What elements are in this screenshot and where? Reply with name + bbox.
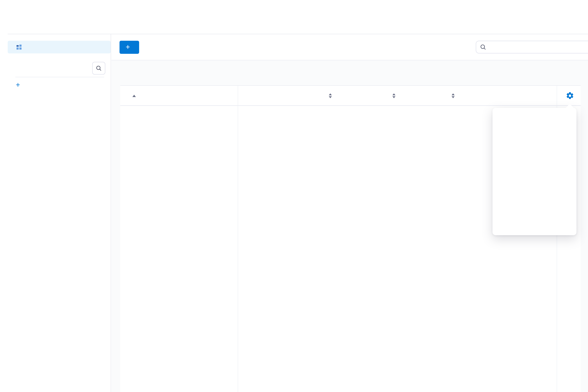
- search-input[interactable]: [476, 41, 588, 54]
- folders-divider: [15, 77, 104, 77]
- sort-icon: [329, 94, 332, 98]
- column-header-forecasted[interactable]: [446, 86, 455, 106]
- search-icon: [96, 65, 102, 71]
- column-settings-gear-icon[interactable]: [566, 92, 574, 100]
- sort-asc-icon: [132, 95, 136, 97]
- search-icon: [480, 44, 486, 50]
- folder-search-button[interactable]: [92, 62, 105, 74]
- column-header-name[interactable]: [128, 86, 136, 106]
- plus-icon: +: [126, 43, 130, 51]
- sidebar: +: [0, 34, 111, 392]
- column-header-budget-amount[interactable]: [324, 86, 332, 106]
- budgets-page: + +: [0, 0, 588, 392]
- plus-icon: +: [16, 82, 20, 88]
- table-header: [120, 86, 581, 106]
- new-folder-button[interactable]: +: [16, 82, 24, 88]
- column-header-current-spend[interactable]: [387, 86, 396, 106]
- column-header-spend-vs-budget[interactable]: [499, 86, 556, 106]
- sort-icon: [392, 94, 396, 98]
- column-divider: [238, 86, 238, 392]
- sort-icon: [452, 94, 455, 98]
- new-budget-button[interactable]: +: [120, 41, 139, 54]
- grid-icon: [16, 44, 22, 50]
- column-settings-menu: [492, 108, 576, 235]
- sidebar-item-all-budgets[interactable]: [8, 41, 111, 54]
